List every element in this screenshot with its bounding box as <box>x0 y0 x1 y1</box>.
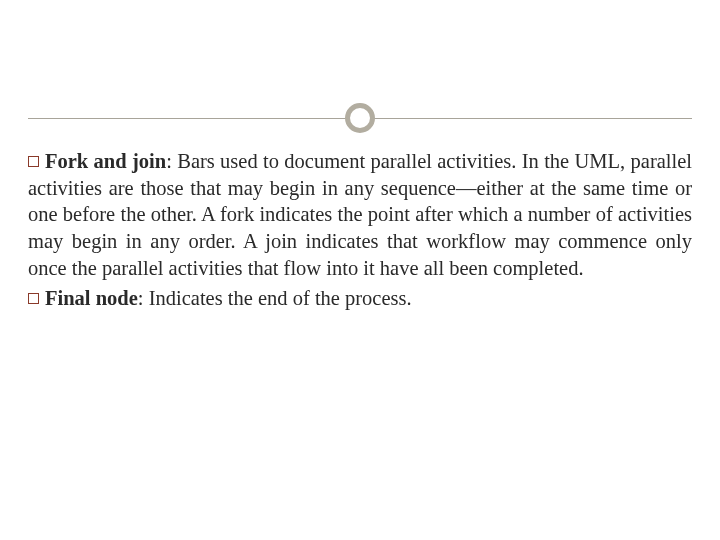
definition: : Indicates the end of the process. <box>138 287 412 309</box>
slide: Fork and join: Bars used to document par… <box>0 0 720 540</box>
bullet-icon <box>28 293 39 304</box>
bullet-icon <box>28 156 39 167</box>
list-item: Final node: Indicates the end of the pro… <box>28 285 692 312</box>
term: Final node <box>45 287 138 309</box>
content-body: Fork and join: Bars used to document par… <box>28 148 692 316</box>
term: Fork and join <box>45 150 166 172</box>
ring-ornament-icon <box>345 103 375 133</box>
list-item: Fork and join: Bars used to document par… <box>28 148 692 281</box>
